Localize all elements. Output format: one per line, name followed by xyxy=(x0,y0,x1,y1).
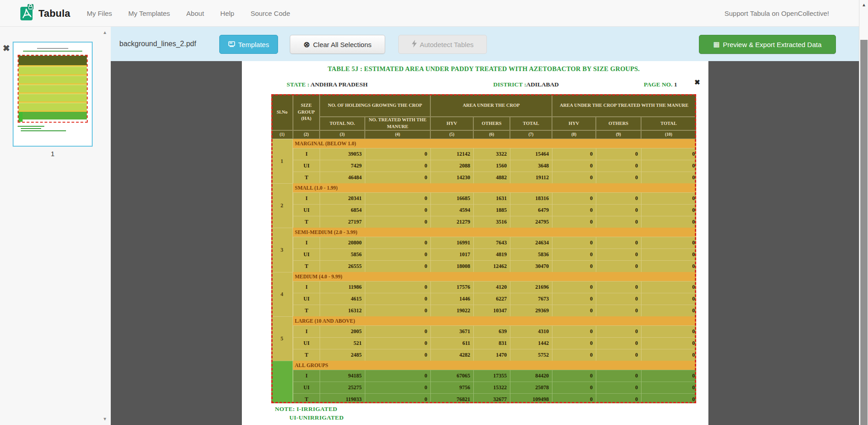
mini-subtitle-line xyxy=(23,51,82,52)
state-label: STATE : xyxy=(287,81,309,88)
main-scrollbar[interactable]: ▲ xyxy=(859,0,868,425)
page-number-label: 1 xyxy=(13,150,93,158)
preview-export-button[interactable]: ▦ Preview & Export Extracted Data xyxy=(699,35,836,54)
clear-icon: ⊗ xyxy=(303,40,310,49)
table-selection[interactable] xyxy=(271,94,696,403)
filename-label: background_lines_2.pdf xyxy=(119,27,196,61)
autodetect-label: Autodetect Tables xyxy=(420,41,474,48)
lightning-icon xyxy=(412,40,417,49)
mini-table xyxy=(18,55,88,123)
clear-label: Clear All Selections xyxy=(313,41,372,48)
templates-label: Templates xyxy=(238,41,269,48)
templates-icon xyxy=(228,41,235,48)
mini-title-line xyxy=(37,48,68,49)
sidebar-scroll-up-icon[interactable]: ▲ xyxy=(103,30,107,35)
district-label: DISTRICT : xyxy=(493,81,526,88)
pageno-value: 1 xyxy=(673,81,677,88)
nav-item-my-files[interactable]: My Files xyxy=(87,10,112,17)
nav-item-help[interactable]: Help xyxy=(220,10,234,17)
data-table: Sl.No SIZE GROUP (HA) NO. OF HOLDINGS GR… xyxy=(271,94,696,403)
clear-selections-button[interactable]: ⊗ Clear All Selections xyxy=(290,35,385,54)
nav-item-about[interactable]: About xyxy=(186,10,204,17)
pdf-page[interactable]: TABLE 5J : ESTIMATED AREA UNDER PADDY TR… xyxy=(242,61,708,425)
remove-page-icon[interactable]: ✖ xyxy=(3,43,10,53)
pdf-viewport: TABLE 5J : ESTIMATED AREA UNDER PADDY TR… xyxy=(111,61,859,425)
district-field: DISTRICT :ADILABAD xyxy=(493,81,559,88)
nav-item-my-templates[interactable]: My Templates xyxy=(128,10,170,17)
table-icon: ▦ xyxy=(713,40,720,48)
templates-button[interactable]: Templates xyxy=(219,35,278,54)
brand[interactable]: Tabula xyxy=(20,4,70,23)
mini-note-line xyxy=(21,128,41,129)
export-label: Preview & Export Extracted Data xyxy=(723,41,821,48)
state-value: ANDHRA PRADESH xyxy=(309,81,368,88)
page-thumbnail[interactable] xyxy=(13,42,93,147)
document-title: TABLE 5J : ESTIMATED AREA UNDER PADDY TR… xyxy=(271,65,696,73)
mini-note-line xyxy=(18,126,44,127)
nav-item-source-code[interactable]: Source Code xyxy=(250,10,290,17)
district-value: ADILABAD xyxy=(526,81,559,88)
sidebar-scroll-down-icon[interactable]: ▼ xyxy=(103,416,107,421)
toolbar: background_lines_2.pdf Templates ⊗ Clear… xyxy=(111,27,859,61)
scroll-up-icon[interactable]: ▲ xyxy=(859,2,868,7)
note-line-2: UI-UNIRRIGATED xyxy=(289,414,344,421)
nav-menu: My FilesMy TemplatesAboutHelpSource Code xyxy=(87,0,290,27)
selection-close-icon[interactable]: ✖ xyxy=(694,79,700,86)
note-line-1: NOTE: I-IRRIGATED xyxy=(275,406,337,413)
sidebar: ✖ 1 ▲ ▼ xyxy=(0,27,111,425)
pageno-field: PAGE NO. 1 xyxy=(644,81,677,88)
support-link[interactable]: Support Tabula on OpenCollective! xyxy=(724,0,829,27)
tabula-logo-icon xyxy=(20,4,34,23)
state-field: STATE : ANDHRA PRADESH xyxy=(287,81,368,88)
autodetect-tables-button: Autodetect Tables xyxy=(398,35,487,54)
brand-name: Tabula xyxy=(38,8,70,19)
scrollbar-thumb[interactable] xyxy=(860,40,868,425)
pageno-label: PAGE NO. xyxy=(644,81,673,88)
navbar: Tabula My FilesMy TemplatesAboutHelpSour… xyxy=(0,0,868,27)
mini-note-line xyxy=(21,130,66,131)
